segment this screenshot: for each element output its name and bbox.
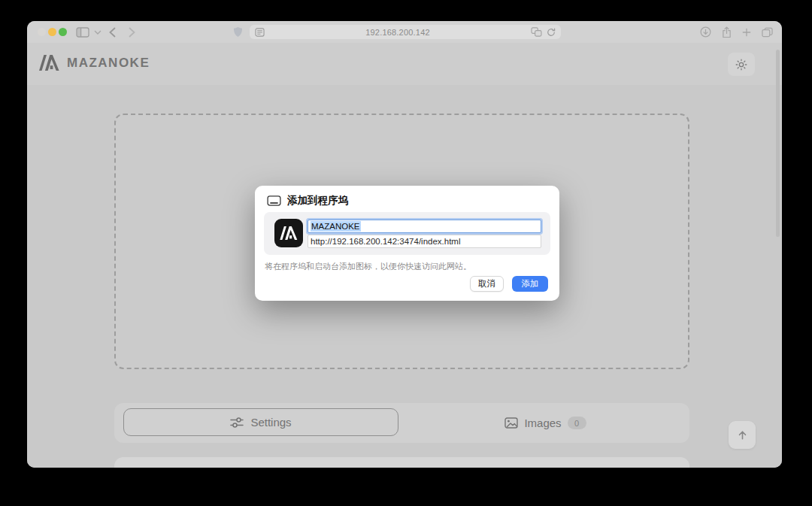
app-logo-icon xyxy=(39,55,59,71)
dock-name-input[interactable]: MAZANOKE xyxy=(308,220,541,233)
tab-settings[interactable]: Settings xyxy=(123,408,398,436)
page-scrollbar-thumb[interactable] xyxy=(776,50,780,237)
minimize-window-button[interactable] xyxy=(48,28,56,36)
dialog-description: 将在程序坞和启动台添加图标，以便你快速访问此网站。 xyxy=(265,261,471,272)
settings-card-edge xyxy=(114,457,689,468)
download-icon[interactable] xyxy=(700,26,711,38)
reader-icon[interactable] xyxy=(255,28,265,37)
sliders-icon xyxy=(230,417,244,428)
dock-url-value: http://192.168.200.142:3474/index.html xyxy=(311,237,461,246)
address-bar[interactable]: 192.168.200.142 xyxy=(250,25,561,39)
app-header: MAZANOKE xyxy=(27,43,782,85)
forward-icon[interactable] xyxy=(126,21,137,43)
tab-overview-icon[interactable] xyxy=(762,27,773,38)
add-to-dock-dialog: 添加到程序坞 MAZANOKE http://192.168.200.142:3… xyxy=(255,186,559,301)
images-count-badge: 0 xyxy=(568,417,586,429)
close-window-button[interactable] xyxy=(38,28,46,36)
translate-icon[interactable] xyxy=(531,27,542,37)
chevron-down-icon[interactable] xyxy=(93,21,102,43)
dock-url-input[interactable]: http://192.168.200.142:3474/index.html xyxy=(308,235,541,248)
picture-icon xyxy=(504,417,518,429)
brand-title: MAZANOKE xyxy=(67,56,150,71)
dock-name-value: MAZANOKE xyxy=(311,221,361,232)
address-url[interactable]: 192.168.200.142 xyxy=(265,28,531,37)
traffic-lights xyxy=(38,28,67,36)
dialog-title-row: 添加到程序坞 xyxy=(267,194,348,208)
shield-icon[interactable] xyxy=(232,21,244,43)
fullscreen-window-button[interactable] xyxy=(59,28,67,36)
add-button[interactable]: 添加 xyxy=(512,276,548,292)
dock-icon xyxy=(267,195,281,206)
settings-tab-label: Settings xyxy=(250,416,291,429)
new-tab-icon[interactable] xyxy=(742,28,751,37)
brand: MAZANOKE xyxy=(39,55,150,71)
scroll-to-top-button[interactable] xyxy=(729,421,756,449)
safari-window: 192.168.200.142 xyxy=(27,21,782,468)
back-icon[interactable] xyxy=(107,21,117,43)
up-arrow-icon xyxy=(737,429,748,441)
tab-images[interactable]: Images 0 xyxy=(401,403,689,443)
theme-toggle-button[interactable] xyxy=(728,53,755,76)
dialog-app-icon xyxy=(274,219,303,247)
images-tab-label: Images xyxy=(524,417,561,429)
sidebar-icon[interactable] xyxy=(75,21,90,43)
footer-tab-bar: Settings Images 0 xyxy=(114,403,689,443)
share-icon[interactable] xyxy=(722,26,732,38)
cancel-button[interactable]: 取消 xyxy=(470,276,504,292)
dialog-fields-group: MAZANOKE http://192.168.200.142:3474/ind… xyxy=(264,212,550,255)
browser-toolbar: 192.168.200.142 xyxy=(27,21,782,43)
sun-icon xyxy=(735,59,747,71)
reload-icon[interactable] xyxy=(547,28,556,37)
dialog-title: 添加到程序坞 xyxy=(287,194,348,208)
